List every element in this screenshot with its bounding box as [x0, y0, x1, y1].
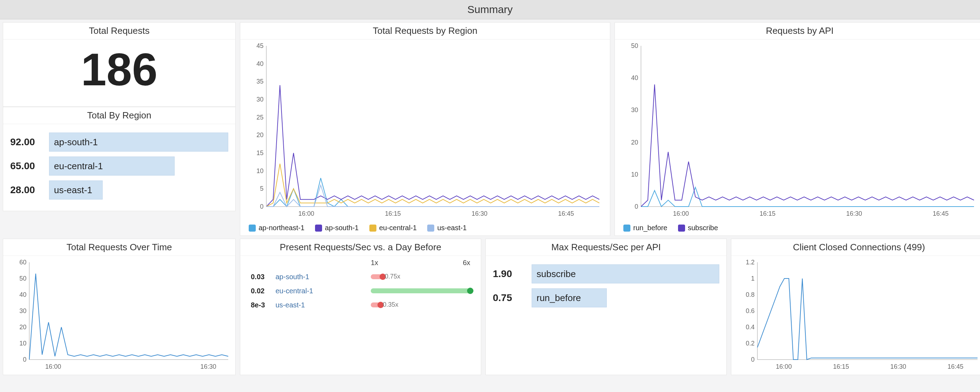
legend-label: us-east-1: [437, 224, 466, 232]
barlist-label: us-east-1: [54, 185, 92, 196]
panel-title-total-by-region: Total By Region: [3, 107, 235, 124]
summary-title: Summary: [468, 3, 512, 15]
svg-text:16:45: 16:45: [558, 210, 574, 217]
legend-label: ap-south-1: [325, 224, 359, 232]
svg-text:5: 5: [260, 185, 264, 192]
barlist-row: 92.00ap-south-1: [10, 133, 228, 152]
barlist-region: 92.00ap-south-165.00eu-central-128.00us-…: [3, 124, 235, 211]
legend-item[interactable]: run_before: [624, 224, 667, 232]
svg-text:25: 25: [256, 114, 264, 121]
panel-title-total-requests: Total Requests: [3, 22, 235, 40]
total-requests-value: 186: [3, 40, 235, 106]
svg-text:16:00: 16:00: [298, 210, 314, 217]
panel-by-api-chart: Requests by API 0102030405016:0016:1516:…: [614, 22, 980, 236]
svg-text:60: 60: [19, 259, 27, 266]
legend-item[interactable]: eu-central-1: [369, 224, 417, 232]
legend-label: eu-central-1: [379, 224, 417, 232]
chart-by-region: 05101520253035404516:0016:1516:3016:45: [240, 40, 610, 222]
svg-text:20: 20: [19, 324, 27, 331]
bullet-track: 0.75x: [371, 274, 470, 279]
bullet-axis-header: 1x 6x: [240, 256, 481, 268]
bullet-track: 0.35x: [371, 303, 470, 307]
svg-text:1: 1: [751, 275, 754, 282]
barlist-label: eu-central-1: [54, 161, 103, 172]
panel-max-per-api: Max Requests/Sec per API 1.90subscribe0.…: [485, 239, 727, 375]
svg-text:10: 10: [631, 171, 638, 178]
panel-total-requests: Total Requests 186: [3, 22, 235, 107]
panel-total-over-time: Total Requests Over Time 010203040506016…: [3, 239, 235, 375]
svg-text:10: 10: [256, 167, 264, 175]
svg-text:45: 45: [256, 42, 264, 49]
svg-text:16:00: 16:00: [673, 210, 689, 217]
svg-text:40: 40: [631, 75, 638, 81]
svg-text:40: 40: [256, 60, 264, 67]
svg-text:16:45: 16:45: [948, 363, 963, 370]
chart-closed-conn: 00.20.40.60.811.216:0016:1516:3016:45: [731, 256, 980, 375]
bullet-axis-max: 6x: [463, 259, 470, 267]
bullet-label: ap-south-1: [275, 273, 367, 281]
bullet-annotation: 0.75x: [385, 273, 400, 280]
bullet-label: us-east-1: [275, 301, 367, 309]
svg-text:35: 35: [256, 78, 264, 85]
bullet-value: 0.02: [251, 287, 272, 295]
left-column: Total Requests 186 Total By Region 92.00…: [3, 22, 235, 236]
panel-title-compare: Present Requests/Sec vs. a Day Before: [240, 239, 481, 256]
legend-label: run_before: [633, 224, 667, 232]
legend-item[interactable]: ap-northeast-1: [249, 224, 304, 232]
svg-text:16:45: 16:45: [933, 210, 948, 217]
svg-text:0: 0: [751, 356, 754, 363]
panel-compare: Present Requests/Sec vs. a Day Before 1x…: [240, 239, 481, 375]
barlist-label: subscribe: [536, 268, 576, 279]
svg-text:0.8: 0.8: [746, 291, 754, 298]
svg-text:15: 15: [256, 149, 264, 157]
legend-label: ap-northeast-1: [259, 224, 304, 232]
bullet-dot: [467, 288, 473, 294]
panel-by-region-chart: Total Requests by Region 051015202530354…: [240, 22, 610, 236]
svg-text:16:30: 16:30: [846, 210, 862, 217]
panel-title-by-region: Total Requests by Region: [240, 22, 610, 40]
barlist-label: run_before: [536, 293, 581, 303]
bullet-row: 0.02eu-central-1: [251, 284, 470, 298]
chart-over-time: 010203040506016:0016:30: [3, 256, 235, 375]
barlist-value: 65.00: [10, 160, 42, 172]
bullet-value: 0.03: [251, 273, 272, 281]
svg-text:16:30: 16:30: [890, 363, 906, 370]
barlist-track: eu-central-1: [49, 157, 228, 176]
legend-swatch: [427, 225, 434, 232]
legend-item[interactable]: ap-south-1: [315, 224, 359, 232]
svg-text:16:15: 16:15: [385, 210, 401, 217]
svg-text:16:30: 16:30: [200, 363, 216, 370]
svg-text:16:15: 16:15: [833, 363, 849, 370]
bullet-track: [371, 288, 470, 293]
legend-item[interactable]: us-east-1: [427, 224, 466, 232]
barlist-track: us-east-1: [49, 181, 228, 200]
svg-text:16:15: 16:15: [759, 210, 775, 217]
barlist-row: 1.90subscribe: [493, 264, 719, 283]
bullet-row: 0.03ap-south-10.75x: [251, 270, 470, 284]
barlist-row: 65.00eu-central-1: [10, 157, 228, 176]
bullet-axis-min: 1x: [371, 259, 392, 267]
svg-text:50: 50: [19, 275, 27, 282]
svg-text:20: 20: [631, 139, 638, 146]
svg-text:40: 40: [19, 291, 27, 298]
svg-text:20: 20: [256, 132, 264, 138]
summary-header: Summary: [0, 0, 980, 19]
panel-closed-conn: Client Closed Connections (499) 00.20.40…: [731, 239, 980, 375]
legend-swatch: [678, 225, 685, 232]
barlist-track: subscribe: [531, 264, 719, 283]
svg-text:0.6: 0.6: [746, 307, 754, 314]
bullet-row: 8e-3us-east-10.35x: [251, 298, 470, 312]
svg-text:50: 50: [631, 42, 638, 49]
barlist-value: 92.00: [10, 136, 42, 148]
legend-by-region: ap-northeast-1ap-south-1eu-central-1us-e…: [240, 222, 610, 235]
barlist-label: ap-south-1: [54, 137, 98, 148]
svg-text:0.4: 0.4: [746, 324, 754, 331]
legend-item[interactable]: subscribe: [678, 224, 718, 232]
barlist-row: 28.00us-east-1: [10, 181, 228, 200]
svg-text:16:30: 16:30: [472, 210, 488, 217]
bullet-rows: 0.03ap-south-10.75x0.02eu-central-18e-3u…: [240, 268, 481, 319]
bullet-value: 8e-3: [251, 301, 272, 309]
legend-swatch: [624, 225, 630, 232]
svg-text:30: 30: [631, 106, 638, 114]
panel-title-over-time: Total Requests Over Time: [3, 239, 235, 256]
